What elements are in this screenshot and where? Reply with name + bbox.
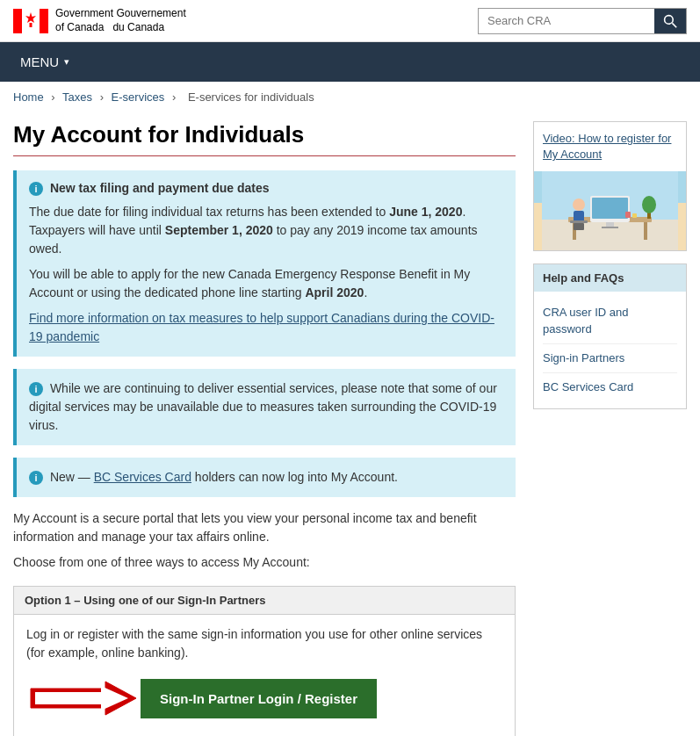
svg-rect-24 xyxy=(625,212,631,218)
svg-rect-16 xyxy=(606,222,614,227)
alert-para-2: You will be able to apply for the new Ca… xyxy=(29,265,503,302)
breadcrumb: Home › Taxes › E-services › E-services f… xyxy=(0,82,700,112)
breadcrumb-current: E-services for individuals xyxy=(188,90,314,104)
breadcrumb-home[interactable]: Home xyxy=(13,90,44,104)
svg-rect-13 xyxy=(644,222,647,240)
breadcrumb-eservices[interactable]: E-services xyxy=(112,90,165,104)
signin-partner-button[interactable]: Sign-In Partner Login / Register xyxy=(141,679,377,718)
gov-logo: Government Gouvernement of Canada du Can… xyxy=(13,7,186,34)
breadcrumb-taxes[interactable]: Taxes xyxy=(62,90,92,104)
option1-body: Log in or register with the same sign-in… xyxy=(14,615,515,736)
svg-rect-20 xyxy=(570,220,588,223)
site-header: Government Gouvernement of Canada du Can… xyxy=(0,0,700,42)
sidebar: Video: How to register for My Account xyxy=(533,121,687,736)
svg-rect-2 xyxy=(40,9,48,33)
signin-row: Sign-In Partner Login / Register xyxy=(26,675,502,722)
menu-button[interactable]: MENU ▾ xyxy=(13,51,76,73)
faq-link-bc-card[interactable]: BC Services Card xyxy=(543,380,633,393)
alert-bc-card: i New — BC Services Card holders can now… xyxy=(13,458,516,497)
video-link[interactable]: Video: How to register for My Account xyxy=(534,122,686,171)
chevron-down-icon: ▾ xyxy=(64,56,69,68)
faq-link-cra[interactable]: CRA user ID and password xyxy=(543,306,629,335)
faq-list: CRA user ID and password Sign-in Partner… xyxy=(534,292,686,408)
video-thumbnail xyxy=(534,171,686,250)
breadcrumb-sep: › xyxy=(51,90,54,104)
alert-para-1: The due date for filing individual tax r… xyxy=(29,203,503,258)
alert-tax-filing: i New tax filing and payment due dates T… xyxy=(13,170,516,357)
alert-para-3: Find more information on tax measures to… xyxy=(29,309,503,346)
covid-link[interactable]: Find more information on tax measures to… xyxy=(29,311,494,343)
svg-point-18 xyxy=(573,198,585,211)
main-layout: My Account for Individuals i New tax fil… xyxy=(0,112,700,736)
alert-bc-para: i New — BC Services Card holders can now… xyxy=(29,468,503,487)
bc-services-link[interactable]: BC Services Card xyxy=(94,470,191,484)
faq-link-signin-partners[interactable]: Sign-in Partners xyxy=(543,351,624,364)
menu-label: MENU xyxy=(20,54,59,69)
list-item: BC Services Card xyxy=(543,373,677,401)
alert-digital-para: i While we are continuing to deliver ess… xyxy=(29,379,503,435)
gov-name-text: Government Gouvernement of Canada du Can… xyxy=(55,7,186,34)
option1-box: Option 1 – Using one of our Sign-In Part… xyxy=(13,586,516,736)
svg-rect-4 xyxy=(30,23,32,27)
search-button[interactable] xyxy=(654,9,686,33)
info-icon-2: i xyxy=(29,382,43,396)
svg-rect-17 xyxy=(602,227,618,228)
svg-point-23 xyxy=(642,196,656,213)
breadcrumb-sep: › xyxy=(100,90,104,104)
intro-para-2: Choose from one of three ways to access … xyxy=(13,553,516,572)
option1-description: Log in or register with the same sign-in… xyxy=(26,625,502,662)
search-input[interactable] xyxy=(479,10,654,32)
option1-header: Option 1 – Using one of our Sign-In Part… xyxy=(14,587,515,615)
main-content: My Account for Individuals i New tax fil… xyxy=(13,121,516,736)
svg-rect-21 xyxy=(574,223,584,230)
alert-tax-filing-title: i New tax filing and payment due dates xyxy=(29,181,503,196)
canada-flag-icon xyxy=(13,9,48,33)
svg-point-5 xyxy=(665,15,674,24)
svg-line-6 xyxy=(672,23,676,27)
info-icon-3: i xyxy=(29,471,43,485)
svg-rect-0 xyxy=(13,9,22,33)
svg-rect-25 xyxy=(632,213,637,218)
page-title: My Account for Individuals xyxy=(13,121,516,156)
intro-para-1: My Account is a secure portal that lets … xyxy=(13,509,516,546)
alert-digital-services: i While we are continuing to deliver ess… xyxy=(13,369,516,445)
info-icon: i xyxy=(29,182,43,196)
sidebar-faq-box: Help and FAQs CRA user ID and password S… xyxy=(533,263,687,409)
search-bar xyxy=(478,8,687,34)
breadcrumb-sep: › xyxy=(172,90,176,104)
main-navbar: MENU ▾ xyxy=(0,42,700,82)
red-arrow-icon xyxy=(26,675,141,722)
svg-rect-15 xyxy=(592,198,628,219)
list-item: CRA user ID and password xyxy=(543,299,677,343)
faq-header: Help and FAQs xyxy=(534,264,686,292)
list-item: Sign-in Partners xyxy=(543,344,677,373)
search-icon xyxy=(663,14,677,28)
sidebar-video-box: Video: How to register for My Account xyxy=(533,121,687,251)
